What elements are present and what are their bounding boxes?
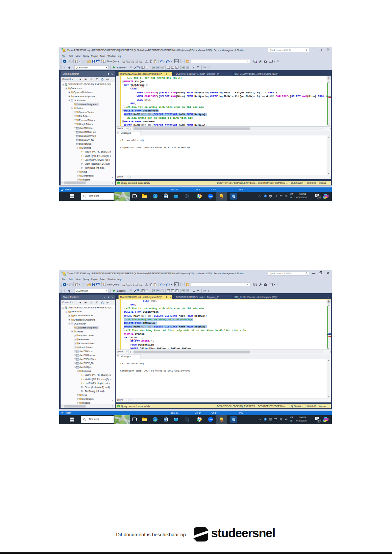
svg-text:DML: DML bbox=[132, 285, 134, 286]
svg-text:DML: DML bbox=[128, 285, 130, 286]
svg-text:XML: XML bbox=[136, 285, 138, 286]
svg-text:ABC: ABC bbox=[140, 62, 142, 63]
svg-text:5: 5 bbox=[318, 196, 320, 199]
svg-text:ABC: ABC bbox=[123, 62, 125, 63]
svg-text:Zalo: Zalo bbox=[209, 195, 213, 197]
svg-text:ABC: ABC bbox=[140, 285, 142, 286]
svg-text:ABC: ABC bbox=[123, 285, 125, 286]
svg-text:XML: XML bbox=[136, 62, 138, 63]
svg-text:DML: DML bbox=[132, 62, 134, 63]
svg-text:Zalo: Zalo bbox=[209, 419, 213, 421]
svg-text:5: 5 bbox=[318, 420, 320, 422]
svg-text:DML: DML bbox=[128, 62, 130, 63]
